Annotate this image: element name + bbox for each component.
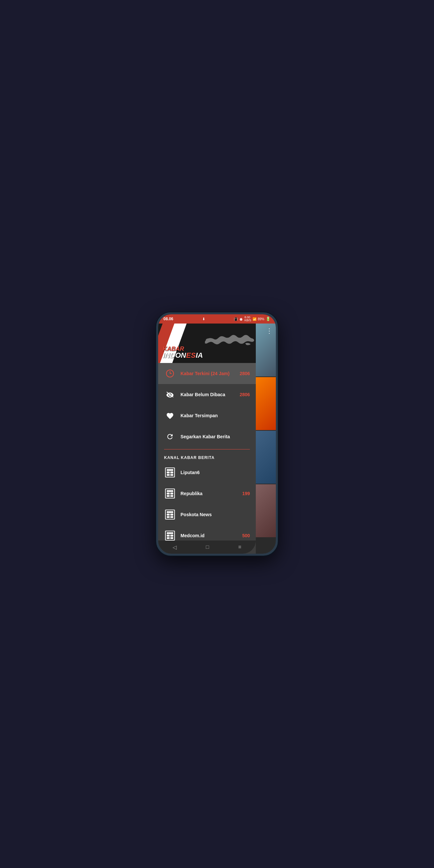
menu-item-liputan6[interactable]: Liputan6	[158, 462, 256, 483]
alarm-icon: ⏰	[239, 317, 243, 321]
vibrate-icon: 📳	[234, 317, 238, 321]
menu-label-medcom: Medcom.id	[181, 533, 242, 538]
menu-label-liputan6: Liputan6	[181, 470, 250, 475]
menu-divider	[164, 449, 250, 450]
menu-item-tersimpan[interactable]: Kabar Tersimpan	[158, 405, 256, 426]
eye-slash-icon	[164, 389, 176, 400]
indonesia-map	[203, 327, 256, 356]
screen: 08.06 ⬇ 📳 ⏰ 8.00KB/S 📶 89% 🔋	[158, 314, 276, 554]
news-icon-medcom	[164, 530, 176, 540]
menu-nav-button[interactable]: ≡	[233, 542, 246, 552]
refresh-icon	[164, 431, 176, 442]
news-icon-poskota	[164, 508, 176, 521]
speed-text: 8.00KB/S	[244, 316, 251, 322]
clock-icon-container	[164, 368, 176, 379]
download-icon: ⬇	[202, 317, 205, 321]
menu-item-belum-dibaca[interactable]: Kabar Belum Dibaca 2806	[158, 384, 256, 405]
menu-label-belum-dibaca: Kabar Belum Dibaca	[181, 392, 240, 397]
menu-item-medcom[interactable]: Medcom.id 500	[158, 525, 256, 540]
news-icon-liputan6	[164, 467, 176, 478]
drawer: KABAR INDONESIA Kabar Terk	[158, 323, 256, 554]
section-header-kanal: KANAL KABAR BERITA	[158, 452, 256, 462]
menu-label-tersimpan: Kabar Tersimpan	[181, 413, 250, 418]
heart-icon	[164, 410, 176, 422]
clock-icon	[166, 370, 174, 377]
svg-point-0	[206, 338, 211, 341]
drawer-container: ⋮ KABAR	[158, 323, 276, 554]
phone-frame: 08.06 ⬇ 📳 ⏰ 8.00KB/S 📶 89% 🔋	[156, 312, 278, 556]
banner-indonesia: INDONESIA	[163, 352, 203, 359]
back-button[interactable]: ◁	[167, 542, 182, 552]
banner-bg: KABAR INDONESIA	[158, 323, 256, 363]
home-button[interactable]: □	[200, 542, 214, 552]
bottom-nav: ◁ □ ≡	[158, 540, 256, 554]
drawer-header: KABAR INDONESIA	[158, 323, 256, 363]
menu-item-segarkan[interactable]: Segarkan Kabar Berita	[158, 426, 256, 447]
signal-icon: 📶	[252, 317, 256, 321]
more-button[interactable]: ⋮	[266, 327, 273, 335]
menu-count-belum-dibaca: 2806	[240, 392, 250, 397]
menu-item-kabar-terkini[interactable]: Kabar Terkini (24 Jam) 2806	[158, 363, 256, 384]
menu-count-republika: 199	[242, 491, 250, 496]
battery-percent: 89%	[258, 317, 265, 321]
menu-label-kabar-terkini: Kabar Terkini (24 Jam)	[181, 371, 240, 376]
menu-count-medcom: 500	[242, 533, 250, 538]
menu-label-segarkan: Segarkan Kabar Berita	[181, 434, 250, 439]
menu-item-poskota[interactable]: Poskota News	[158, 504, 256, 525]
battery-icon: 🔋	[266, 317, 271, 321]
banner-text: KABAR INDONESIA	[163, 346, 203, 359]
status-time: 08.06	[163, 317, 173, 321]
status-right: 📳 ⏰ 8.00KB/S 📶 89% 🔋	[234, 316, 271, 322]
status-bar: 08.06 ⬇ 📳 ⏰ 8.00KB/S 📶 89% 🔋	[158, 314, 276, 323]
drawer-menu: Kabar Terkini (24 Jam) 2806 Kabar Belum …	[158, 363, 256, 540]
menu-label-poskota: Poskota News	[181, 512, 250, 517]
news-icon-republika	[164, 488, 176, 499]
menu-item-republika[interactable]: Republika 199	[158, 483, 256, 504]
menu-count-kabar-terkini: 2806	[240, 371, 250, 376]
menu-label-republika: Republika	[181, 491, 242, 496]
